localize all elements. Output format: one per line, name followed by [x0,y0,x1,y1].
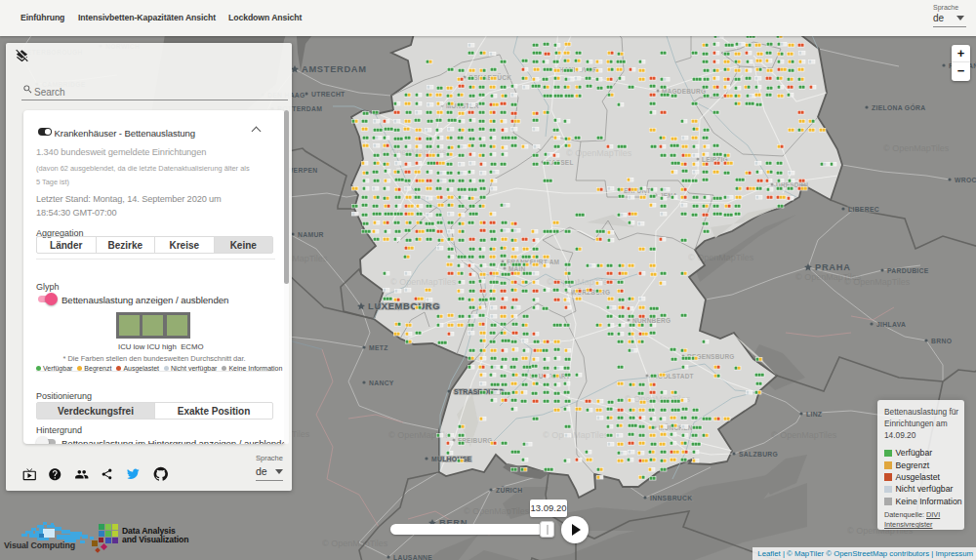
svg-text:INGOLSTADT: INGOLSTADT [651,373,694,380]
svg-text:© OpenMapTiles: © OpenMapTiles [883,143,950,153]
svg-text:© OpenMapTiles: © OpenMapTiles [795,272,862,282]
svg-text:LUXEMBOURG: LUXEMBOURG [368,301,440,311]
svg-text:© OpenMapTiles: © OpenMapTiles [771,430,837,440]
svg-text:PARDUBICE: PARDUBICE [887,267,929,274]
svg-text:LINZ: LINZ [806,411,822,418]
svg-text:WROCŁAW: WROCŁAW [955,177,976,183]
svg-text:© OpenMapTiles: © OpenMapTiles [388,430,455,440]
svg-text:UTRECHT: UTRECHT [311,91,346,98]
svg-text:© OpenMapTiles: © OpenMapTiles [464,506,530,516]
svg-text:NANCY: NANCY [369,380,394,386]
svg-text:MULHOUSE: MULHOUSE [431,456,471,462]
svg-text:AMSTERDAM: AMSTERDAM [302,64,367,74]
svg-text:BRNO: BRNO [931,338,952,344]
svg-text:© OpenMapTiles: © OpenMapTiles [543,430,609,440]
svg-text:METZ: METZ [369,344,388,351]
svg-text:ZÜRICH: ZÜRICH [496,486,522,494]
svg-text:LAUSANNE: LAUSANNE [393,554,432,560]
svg-text:© OpenMapTiles: © OpenMapTiles [390,277,457,287]
svg-text:JIHLAVA: JIHLAVA [876,321,906,328]
svg-text:INNSBRUCK: INNSBRUCK [650,495,692,501]
svg-text:NAMUR: NAMUR [298,231,324,238]
svg-text:LIBEREC: LIBEREC [848,206,879,213]
svg-text:© OpenMapTiles: © OpenMapTiles [322,539,388,548]
svg-text:SALZBURG: SALZBURG [739,451,778,458]
svg-text:© OpenMapTiles: © OpenMapTiles [566,148,632,158]
svg-text:PRAHA: PRAHA [815,262,851,272]
svg-text:ZIELONA GÓRA: ZIELONA GÓRA [872,103,925,111]
svg-text:© OpenMapTiles: © OpenMapTiles [688,253,754,262]
